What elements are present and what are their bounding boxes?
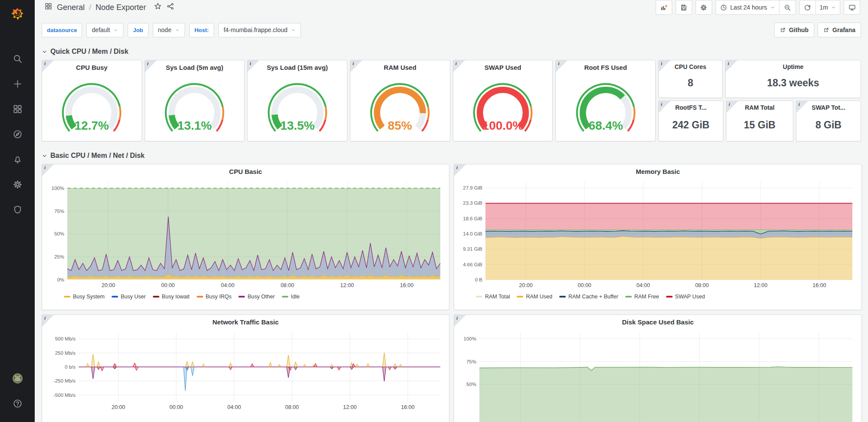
sidebar-item-help[interactable]: [3, 391, 31, 416]
refresh-button[interactable]: [799, 0, 816, 15]
panel-info-corner[interactable]: i: [659, 101, 670, 113]
row-quick-cpu-mem-disk[interactable]: Quick CPU / Mem / Disk: [42, 48, 861, 56]
svg-text:08:00: 08:00: [695, 282, 709, 288]
panel-title[interactable]: SWAP Used: [453, 60, 553, 73]
time-range-picker[interactable]: Last 24 hours: [716, 0, 779, 15]
link-button-grafana[interactable]: Grafana: [818, 23, 861, 37]
chart-plot[interactable]: 100%75%50%20:0000:0004:0008:0012:0016:00: [459, 328, 856, 422]
panel-title[interactable]: CPU Busy: [42, 60, 142, 73]
panel-info-corner[interactable]: i: [796, 101, 808, 113]
gauge-viz: 85%: [362, 78, 438, 137]
panel-info-corner[interactable]: i: [453, 60, 465, 72]
panel-info-corner[interactable]: i: [454, 315, 466, 327]
breadcrumb-dashboard-title[interactable]: Node Exporter: [96, 3, 146, 12]
variable-job: Jobnode: [128, 23, 185, 37]
legend-item[interactable]: Busy System: [64, 294, 105, 300]
info-icon: i: [456, 315, 458, 321]
panel-info-corner[interactable]: i: [556, 60, 568, 72]
panel-info-corner[interactable]: i: [42, 60, 54, 72]
alerting-icon: [13, 154, 23, 164]
panel-title[interactable]: Sys Load (5m avg): [145, 60, 244, 73]
panel-info-corner[interactable]: i: [659, 60, 670, 72]
sidebar-item-dashboards[interactable]: [3, 96, 31, 121]
share-dashboard-icon[interactable]: [166, 2, 175, 13]
kiosk-mode-button[interactable]: [844, 0, 860, 15]
panel-info-corner[interactable]: i: [454, 164, 466, 176]
sidebar-item-explore[interactable]: [3, 121, 31, 147]
panel-title[interactable]: Disk Space Used Basic: [459, 315, 857, 328]
sidebar-item-user-avatar[interactable]: [3, 366, 31, 391]
legend-swatch: [64, 296, 70, 298]
svg-text:75%: 75%: [466, 359, 476, 364]
panel-info-corner[interactable]: i: [42, 164, 54, 176]
sidebar-item-alerting[interactable]: [3, 147, 31, 172]
legend-item[interactable]: RAM Used: [517, 294, 552, 300]
panel-info-corner[interactable]: i: [248, 60, 259, 72]
zoom-out-time-button[interactable]: [779, 0, 796, 15]
panel-title[interactable]: Root FS Used: [556, 60, 655, 73]
panel-info-corner[interactable]: i: [726, 101, 738, 113]
grafana-logo-icon[interactable]: [3, 0, 31, 28]
row-basic-cpu-mem-net-disk[interactable]: Basic CPU / Mem / Net / Disk: [42, 152, 861, 160]
gauge-viz: 13.5%: [259, 78, 336, 137]
legend-item[interactable]: SWAP Used: [666, 294, 705, 300]
add-panel-button[interactable]: [656, 0, 672, 15]
sidebar-item-server-admin[interactable]: [3, 197, 31, 222]
chart-plot[interactable]: 500 Mb/s250 Mb/s0 b/s-250 Mb/s-500 Mb/s2…: [46, 328, 444, 415]
panel-info-corner[interactable]: i: [350, 60, 362, 72]
dashboards-grid-icon[interactable]: [44, 2, 53, 13]
legend-item[interactable]: RAM Cache + Buffer: [559, 294, 618, 300]
svg-text:-500 Mb/s: -500 Mb/s: [53, 393, 76, 398]
legend-item[interactable]: Busy Other: [238, 294, 275, 300]
svg-text:04:00: 04:00: [637, 282, 650, 288]
stat-panel-uptime: iUptime18.3 weeks: [725, 60, 861, 98]
legend-item[interactable]: RAM Free: [625, 294, 659, 300]
panel-info-corner[interactable]: i: [42, 315, 54, 327]
legend-swatch: [153, 296, 159, 298]
gauge-body: 13.5%: [248, 73, 347, 141]
breadcrumb-folder[interactable]: General: [57, 3, 85, 12]
gauge-panel-ram-used: iRAM Used85%: [350, 60, 450, 141]
variable-value-dropdown[interactable]: default: [86, 23, 123, 37]
stat-value: 8: [659, 72, 722, 98]
chevron-down-icon: [42, 153, 47, 159]
legend-item[interactable]: Busy Iowait: [153, 294, 190, 300]
legend-item[interactable]: Busy User: [112, 294, 146, 300]
stat-value: 242 GiB: [659, 112, 723, 141]
variable-label: datasource: [42, 23, 82, 37]
sidebar-item-create[interactable]: [3, 71, 31, 96]
panel-title[interactable]: CPU Basic: [46, 164, 445, 177]
panel-title[interactable]: RAM Used: [350, 60, 450, 73]
info-icon: i: [558, 61, 559, 66]
link-button-github[interactable]: Github: [774, 23, 814, 37]
sidebar-item-search[interactable]: [3, 46, 31, 71]
dashboard-settings-button[interactable]: [696, 0, 712, 15]
chart-plot[interactable]: 0 B4.66 GiB9.31 GiB14.0 GiB18.6 GiB23.3 …: [459, 177, 856, 291]
svg-text:12:00: 12:00: [343, 404, 356, 410]
legend-item[interactable]: Busy IRQs: [197, 294, 232, 300]
chevron-down-icon: [113, 28, 118, 33]
variable-host: Host:f4-mumbai.frappe.cloud: [189, 23, 301, 37]
legend-label: Busy User: [121, 294, 146, 300]
sidebar-item-configuration[interactable]: [3, 172, 31, 197]
refresh-interval-picker[interactable]: 1m: [816, 0, 840, 15]
panel-title[interactable]: Network Traffic Basic: [46, 315, 445, 328]
svg-text:14.0 GiB: 14.0 GiB: [463, 231, 482, 236]
panel-title[interactable]: Uptime: [726, 60, 861, 72]
help-icon: [13, 399, 23, 409]
panel-info-corner[interactable]: i: [145, 60, 157, 72]
save-dashboard-button[interactable]: [676, 0, 692, 15]
variable-value-dropdown[interactable]: node: [153, 23, 185, 37]
panel-title[interactable]: Memory Basic: [459, 164, 857, 177]
star-dashboard-icon[interactable]: [154, 2, 162, 13]
user-avatar-icon: [13, 373, 23, 383]
panel-info-corner[interactable]: i: [726, 60, 737, 72]
svg-text:16:00: 16:00: [812, 282, 826, 288]
legend-item[interactable]: Idle: [282, 294, 300, 300]
legend-item[interactable]: RAM Total: [476, 294, 510, 300]
variables-row: datasourcedefaultJobnodeHost:f4-mumbai.f…: [42, 23, 861, 37]
variable-value-dropdown[interactable]: f4-mumbai.frappe.cloud: [218, 23, 301, 37]
panel-title[interactable]: Sys Load (15m avg): [248, 60, 347, 73]
chart-legend: RAM TotalRAM UsedRAM Cache + BufferRAM F…: [459, 293, 857, 300]
chart-plot[interactable]: 0%25%50%75%100%20:0000:0004:0008:0012:00…: [46, 177, 444, 291]
